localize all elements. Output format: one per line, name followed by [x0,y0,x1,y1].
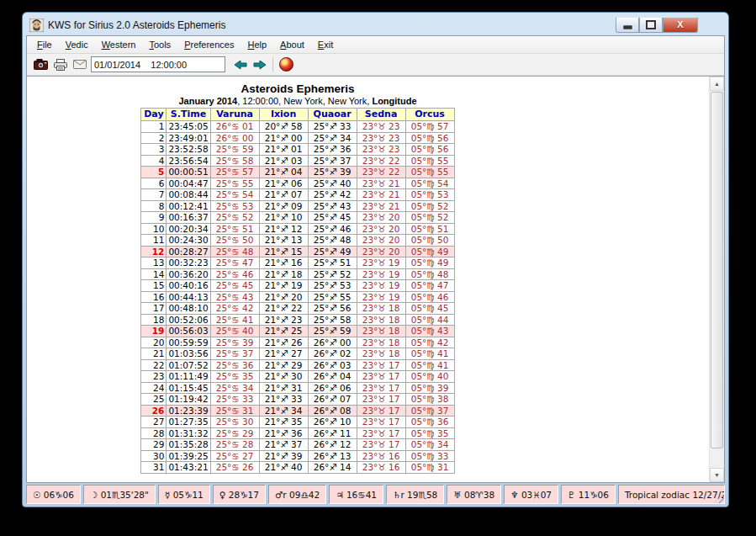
cell-varuna: 25°♋ 40 [210,326,259,337]
right-arrow-icon [253,59,267,71]
cell-day: 10 [141,223,167,235]
cell-sidereal-time: 01:35:28 [167,439,210,451]
sirius-button[interactable] [277,56,296,73]
table-row: 15 00:40:16 25°♋ 45 21°♐ 19 25°♐ 53 23°♉… [141,280,454,292]
cell-sidereal-time: 01:39:25 [167,450,210,462]
cell-sedna: 23°♉ 22 [357,167,405,178]
table-row: 13 00:32:23 25°♋ 47 21°♐ 16 25°♐ 51 23°♉… [141,257,454,269]
cell-day: 1 [141,121,167,133]
menu-item[interactable]: File [30,37,59,52]
table-row: 20 00:59:59 25°♋ 39 21°♐ 26 26°♐ 00 23°♉… [141,337,454,348]
red-ball-icon [279,57,293,72]
scroll-down-button[interactable]: ▼ [710,468,724,482]
cell-quaoar: 25°♐ 37 [308,155,357,167]
cell-ixion: 21°♐ 39 [259,450,308,462]
cell-varuna: 25°♋ 46 [210,268,259,280]
cell-ixion: 21°♐ 30 [259,371,308,383]
cell-sidereal-time: 00:08:44 [167,189,210,201]
camera-button[interactable] [31,56,50,73]
datetime-input[interactable] [91,56,225,72]
cell-varuna: 25°♋ 27 [210,450,259,462]
cell-quaoar: 25°♐ 45 [308,212,357,224]
previous-day-button[interactable] [230,56,250,73]
cell-orcus: 05°♍ 39 [405,382,454,394]
table-row: 21 01:03:56 25°♋ 37 21°♐ 27 26°♐ 02 23°♉… [141,348,454,360]
cell-quaoar: 25°♐ 46 [308,223,357,235]
table-row: 30 01:39:25 25°♋ 27 21°♐ 39 26°♐ 13 23°♉… [141,450,454,462]
cell-day: 3 [141,144,167,156]
cell-quaoar: 25°♐ 52 [308,268,357,280]
cell-orcus: 05°♍ 56 [405,144,454,156]
report-subtitle: January 2014, 12:00:00, New York, New Yo… [121,96,474,106]
menu-item[interactable]: Vedic [59,37,95,52]
cell-orcus: 05°♍ 52 [405,200,454,212]
cell-varuna: 25°♋ 59 [210,144,259,156]
cell-orcus: 05°♍ 54 [405,178,454,189]
status-panel-text: ☉ 06♑06 [33,490,74,500]
cell-day: 21 [141,348,167,360]
app-logo-icon [29,19,44,32]
print-button[interactable] [50,56,70,73]
cell-ixion: 21°♐ 40 [259,462,308,474]
printer-icon [54,59,67,71]
next-day-button[interactable] [250,56,269,73]
content-area: Asteroids Ephemeris January 2014, 12:00:… [27,76,724,482]
menu-item[interactable]: About [273,37,311,52]
cell-ixion: 21°♐ 13 [259,235,308,247]
cell-ixion: 21°♐ 27 [259,348,308,360]
scrollbar-track[interactable] [710,449,724,468]
table-row: 5 00:00:51 25°♋ 57 21°♐ 04 25°♐ 39 23°♉ … [141,167,454,178]
scrollbar-thumb[interactable] [711,92,723,448]
cell-day: 17 [141,303,167,315]
cell-sidereal-time: 00:36:20 [167,268,210,280]
camera-icon [34,59,48,70]
cell-day: 29 [141,439,167,451]
table-row: 22 01:07:52 25°♋ 36 21°♐ 29 26°♐ 03 23°♉… [141,359,454,371]
cell-day: 13 [141,257,167,269]
restore-button[interactable] [639,18,663,33]
toolbar [27,54,724,76]
cell-sidereal-time: 00:52:06 [167,314,210,326]
email-button[interactable] [70,56,89,73]
menu-item[interactable]: Help [241,37,273,52]
cell-ixion: 21°♐ 33 [259,394,308,406]
cell-quaoar: 25°♐ 56 [308,303,357,315]
table-row: 24 01:15:45 25°♋ 34 21°♐ 31 26°♐ 06 23°♉… [141,382,454,394]
cell-ixion: 21°♐ 01 [259,144,308,156]
minimize-button[interactable] [616,18,639,33]
table-row: 7 00:08:44 25°♋ 54 21°♐ 07 25°♐ 42 23°♉ … [141,189,454,201]
cell-ixion: 21°♐ 12 [259,223,308,235]
cell-day: 28 [141,427,167,439]
cell-day: 16 [141,291,167,303]
cell-quaoar: 25°♐ 58 [308,314,357,326]
cell-quaoar: 26°♐ 07 [308,394,357,406]
menu-item[interactable]: Western [95,37,143,52]
cell-quaoar: 26°♐ 03 [308,359,357,371]
cell-varuna: 25°♋ 54 [210,189,259,201]
cell-varuna: 25°♋ 47 [210,257,259,269]
menu-item[interactable]: Exit [311,37,340,52]
menu-item[interactable]: Tools [142,37,177,52]
cell-ixion: 21°♐ 20 [259,291,308,303]
cell-quaoar: 25°♐ 43 [308,200,357,212]
menu-item[interactable]: Preferences [177,37,241,52]
cell-day: 19 [141,326,167,337]
status-panel-text: ♇ 11♑06 [568,490,609,500]
cell-ixion: 21°♐ 31 [259,382,308,394]
cell-quaoar: 26°♐ 02 [308,348,357,360]
scroll-up-button[interactable]: ▲ [710,77,724,91]
titlebar[interactable]: KWS for Sirius 2.0 Asteroids Ephemeris X [23,13,728,35]
vertical-scrollbar[interactable]: ▲ ▼ [709,77,724,482]
table-row: 31 01:43:21 25°♋ 26 21°♐ 40 26°♐ 14 23°♉… [141,462,454,474]
cell-quaoar: 25°♐ 59 [308,326,357,337]
status-panel-text: ♄r 19♏58 [393,490,437,500]
table-row: 25 01:19:42 25°♋ 33 21°♐ 33 26°♐ 07 23°♉… [141,394,454,406]
column-header: Ixion [259,109,308,121]
cell-sedna: 23°♉ 19 [357,280,405,292]
status-panel-text: ☿ 05♑11 [165,490,204,500]
cell-sedna: 23°♉ 17 [357,359,405,371]
close-button[interactable]: X [663,18,698,33]
window-controls: X [616,18,698,33]
cell-sedna: 23°♉ 17 [357,439,405,451]
cell-sidereal-time: 01:23:39 [167,405,210,417]
